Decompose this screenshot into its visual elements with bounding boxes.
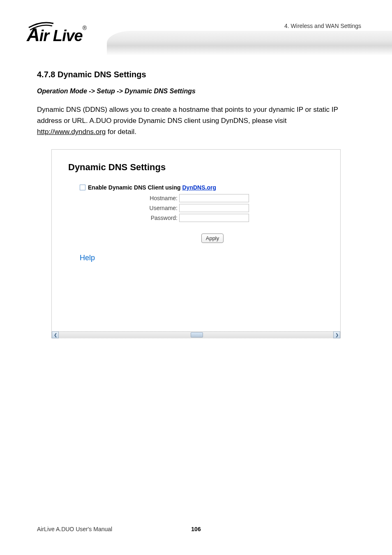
body-text-1: Dynamic DNS (DDNS) allows you to create … — [37, 106, 338, 125]
header-swoop — [107, 31, 392, 56]
enable-label-prefix: Enable Dynamic DNS Client using — [88, 184, 182, 191]
dyndns-external-link[interactable]: http://www.dyndns.org — [37, 128, 106, 136]
chapter-label: 4. Wireless and WAN Settings — [284, 23, 361, 29]
body-paragraph: Dynamic DNS (DDNS) allows you to create … — [37, 104, 355, 138]
help-link[interactable]: Help — [80, 254, 324, 262]
section-heading: 4.7.8 Dynamic DNS Settings — [37, 70, 355, 79]
body-text-2: for detail. — [106, 128, 136, 136]
scroll-thumb[interactable] — [191, 332, 203, 338]
enable-ddns-checkbox[interactable] — [80, 185, 85, 190]
scroll-left-arrow-icon[interactable]: ❮ — [52, 331, 59, 338]
apply-button[interactable]: Apply — [201, 234, 224, 243]
logo-text-main: ir Live — [39, 27, 83, 44]
scroll-track[interactable] — [59, 331, 333, 338]
logo-registered-icon: ® — [83, 25, 86, 31]
panel-title: Dynamic DNS Settings — [68, 162, 324, 173]
password-label: Password: — [68, 215, 179, 221]
username-input[interactable] — [179, 204, 249, 212]
hostname-input[interactable] — [179, 194, 249, 202]
logo-letter-a: A — [27, 25, 39, 45]
airlive-logo: Air Live® — [27, 21, 113, 45]
hostname-label: Hostname: — [68, 195, 179, 201]
dyndns-org-link[interactable]: DynDNS.org — [182, 184, 216, 191]
username-label: Username: — [68, 205, 179, 211]
password-input[interactable] — [179, 214, 249, 222]
horizontal-scrollbar[interactable]: ❮ ❯ — [52, 331, 340, 338]
scroll-right-arrow-icon[interactable]: ❯ — [333, 331, 340, 338]
settings-panel: Dynamic DNS Settings Enable Dynamic DNS … — [51, 149, 341, 338]
breadcrumb: Operation Mode -> Setup -> Dynamic DNS S… — [37, 88, 355, 95]
footer-page-number: 106 — [191, 526, 201, 532]
footer-manual-name: AirLive A.DUO User's Manual — [37, 526, 112, 532]
